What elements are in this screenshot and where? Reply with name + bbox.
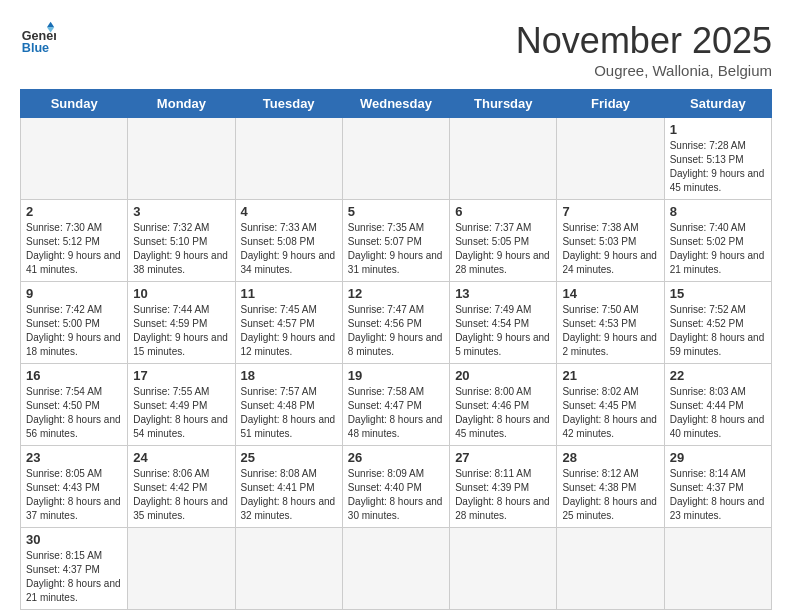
day-number: 14 <box>562 286 658 301</box>
day-number: 2 <box>26 204 122 219</box>
day-number: 18 <box>241 368 337 383</box>
day-info: Sunrise: 8:09 AM Sunset: 4:40 PM Dayligh… <box>348 467 444 523</box>
calendar-cell <box>342 528 449 610</box>
day-info: Sunrise: 7:54 AM Sunset: 4:50 PM Dayligh… <box>26 385 122 441</box>
day-number: 3 <box>133 204 229 219</box>
calendar-cell: 24Sunrise: 8:06 AM Sunset: 4:42 PM Dayli… <box>128 446 235 528</box>
day-info: Sunrise: 7:28 AM Sunset: 5:13 PM Dayligh… <box>670 139 766 195</box>
page-header: General Blue November 2025 Ougree, Wallo… <box>20 20 772 79</box>
day-info: Sunrise: 8:05 AM Sunset: 4:43 PM Dayligh… <box>26 467 122 523</box>
day-info: Sunrise: 7:37 AM Sunset: 5:05 PM Dayligh… <box>455 221 551 277</box>
header-monday: Monday <box>128 90 235 118</box>
calendar-cell: 7Sunrise: 7:38 AM Sunset: 5:03 PM Daylig… <box>557 200 664 282</box>
day-number: 12 <box>348 286 444 301</box>
calendar-cell: 12Sunrise: 7:47 AM Sunset: 4:56 PM Dayli… <box>342 282 449 364</box>
day-number: 13 <box>455 286 551 301</box>
calendar-cell: 22Sunrise: 8:03 AM Sunset: 4:44 PM Dayli… <box>664 364 771 446</box>
day-info: Sunrise: 7:49 AM Sunset: 4:54 PM Dayligh… <box>455 303 551 359</box>
day-info: Sunrise: 8:14 AM Sunset: 4:37 PM Dayligh… <box>670 467 766 523</box>
day-number: 20 <box>455 368 551 383</box>
location-subtitle: Ougree, Wallonia, Belgium <box>516 62 772 79</box>
day-number: 16 <box>26 368 122 383</box>
calendar-cell <box>235 528 342 610</box>
calendar-cell: 17Sunrise: 7:55 AM Sunset: 4:49 PM Dayli… <box>128 364 235 446</box>
day-info: Sunrise: 7:38 AM Sunset: 5:03 PM Dayligh… <box>562 221 658 277</box>
day-number: 9 <box>26 286 122 301</box>
day-info: Sunrise: 7:44 AM Sunset: 4:59 PM Dayligh… <box>133 303 229 359</box>
month-title: November 2025 <box>516 20 772 62</box>
day-number: 27 <box>455 450 551 465</box>
day-number: 1 <box>670 122 766 137</box>
svg-text:Blue: Blue <box>22 41 49 55</box>
day-number: 4 <box>241 204 337 219</box>
day-info: Sunrise: 7:50 AM Sunset: 4:53 PM Dayligh… <box>562 303 658 359</box>
day-info: Sunrise: 7:55 AM Sunset: 4:49 PM Dayligh… <box>133 385 229 441</box>
day-info: Sunrise: 8:11 AM Sunset: 4:39 PM Dayligh… <box>455 467 551 523</box>
day-info: Sunrise: 7:35 AM Sunset: 5:07 PM Dayligh… <box>348 221 444 277</box>
calendar-cell: 11Sunrise: 7:45 AM Sunset: 4:57 PM Dayli… <box>235 282 342 364</box>
day-info: Sunrise: 7:40 AM Sunset: 5:02 PM Dayligh… <box>670 221 766 277</box>
calendar-cell: 23Sunrise: 8:05 AM Sunset: 4:43 PM Dayli… <box>21 446 128 528</box>
header-wednesday: Wednesday <box>342 90 449 118</box>
calendar-cell: 1Sunrise: 7:28 AM Sunset: 5:13 PM Daylig… <box>664 118 771 200</box>
calendar-cell: 19Sunrise: 7:58 AM Sunset: 4:47 PM Dayli… <box>342 364 449 446</box>
calendar-cell: 16Sunrise: 7:54 AM Sunset: 4:50 PM Dayli… <box>21 364 128 446</box>
calendar-cell: 28Sunrise: 8:12 AM Sunset: 4:38 PM Dayli… <box>557 446 664 528</box>
calendar-cell: 26Sunrise: 8:09 AM Sunset: 4:40 PM Dayli… <box>342 446 449 528</box>
header-sunday: Sunday <box>21 90 128 118</box>
header-friday: Friday <box>557 90 664 118</box>
day-info: Sunrise: 8:00 AM Sunset: 4:46 PM Dayligh… <box>455 385 551 441</box>
calendar-cell: 3Sunrise: 7:32 AM Sunset: 5:10 PM Daylig… <box>128 200 235 282</box>
logo-icon: General Blue <box>20 20 56 56</box>
day-number: 29 <box>670 450 766 465</box>
calendar-cell <box>450 528 557 610</box>
calendar-cell <box>664 528 771 610</box>
title-section: November 2025 Ougree, Wallonia, Belgium <box>516 20 772 79</box>
calendar-cell: 15Sunrise: 7:52 AM Sunset: 4:52 PM Dayli… <box>664 282 771 364</box>
calendar-table: Sunday Monday Tuesday Wednesday Thursday… <box>20 89 772 610</box>
calendar-cell: 27Sunrise: 8:11 AM Sunset: 4:39 PM Dayli… <box>450 446 557 528</box>
calendar-cell: 14Sunrise: 7:50 AM Sunset: 4:53 PM Dayli… <box>557 282 664 364</box>
day-info: Sunrise: 7:32 AM Sunset: 5:10 PM Dayligh… <box>133 221 229 277</box>
day-number: 19 <box>348 368 444 383</box>
day-info: Sunrise: 7:57 AM Sunset: 4:48 PM Dayligh… <box>241 385 337 441</box>
day-number: 22 <box>670 368 766 383</box>
calendar-cell: 21Sunrise: 8:02 AM Sunset: 4:45 PM Dayli… <box>557 364 664 446</box>
day-info: Sunrise: 7:58 AM Sunset: 4:47 PM Dayligh… <box>348 385 444 441</box>
calendar-cell: 10Sunrise: 7:44 AM Sunset: 4:59 PM Dayli… <box>128 282 235 364</box>
svg-marker-2 <box>47 22 54 27</box>
day-info: Sunrise: 7:45 AM Sunset: 4:57 PM Dayligh… <box>241 303 337 359</box>
day-number: 26 <box>348 450 444 465</box>
calendar-cell: 2Sunrise: 7:30 AM Sunset: 5:12 PM Daylig… <box>21 200 128 282</box>
calendar-cell: 20Sunrise: 8:00 AM Sunset: 4:46 PM Dayli… <box>450 364 557 446</box>
calendar-cell <box>128 118 235 200</box>
day-info: Sunrise: 8:03 AM Sunset: 4:44 PM Dayligh… <box>670 385 766 441</box>
day-info: Sunrise: 7:52 AM Sunset: 4:52 PM Dayligh… <box>670 303 766 359</box>
day-info: Sunrise: 8:08 AM Sunset: 4:41 PM Dayligh… <box>241 467 337 523</box>
day-number: 15 <box>670 286 766 301</box>
calendar-cell <box>21 118 128 200</box>
day-info: Sunrise: 8:12 AM Sunset: 4:38 PM Dayligh… <box>562 467 658 523</box>
calendar-cell: 13Sunrise: 7:49 AM Sunset: 4:54 PM Dayli… <box>450 282 557 364</box>
day-number: 7 <box>562 204 658 219</box>
calendar-cell: 30Sunrise: 8:15 AM Sunset: 4:37 PM Dayli… <box>21 528 128 610</box>
day-info: Sunrise: 8:06 AM Sunset: 4:42 PM Dayligh… <box>133 467 229 523</box>
day-number: 21 <box>562 368 658 383</box>
calendar-cell <box>450 118 557 200</box>
calendar-cell: 25Sunrise: 8:08 AM Sunset: 4:41 PM Dayli… <box>235 446 342 528</box>
day-info: Sunrise: 7:42 AM Sunset: 5:00 PM Dayligh… <box>26 303 122 359</box>
day-info: Sunrise: 7:33 AM Sunset: 5:08 PM Dayligh… <box>241 221 337 277</box>
header-tuesday: Tuesday <box>235 90 342 118</box>
calendar-cell: 6Sunrise: 7:37 AM Sunset: 5:05 PM Daylig… <box>450 200 557 282</box>
day-number: 5 <box>348 204 444 219</box>
calendar-cell <box>128 528 235 610</box>
day-number: 30 <box>26 532 122 547</box>
weekday-header-row: Sunday Monday Tuesday Wednesday Thursday… <box>21 90 772 118</box>
calendar-cell: 4Sunrise: 7:33 AM Sunset: 5:08 PM Daylig… <box>235 200 342 282</box>
logo: General Blue <box>20 20 56 56</box>
calendar-cell: 29Sunrise: 8:14 AM Sunset: 4:37 PM Dayli… <box>664 446 771 528</box>
day-number: 24 <box>133 450 229 465</box>
day-info: Sunrise: 7:47 AM Sunset: 4:56 PM Dayligh… <box>348 303 444 359</box>
header-thursday: Thursday <box>450 90 557 118</box>
day-number: 6 <box>455 204 551 219</box>
